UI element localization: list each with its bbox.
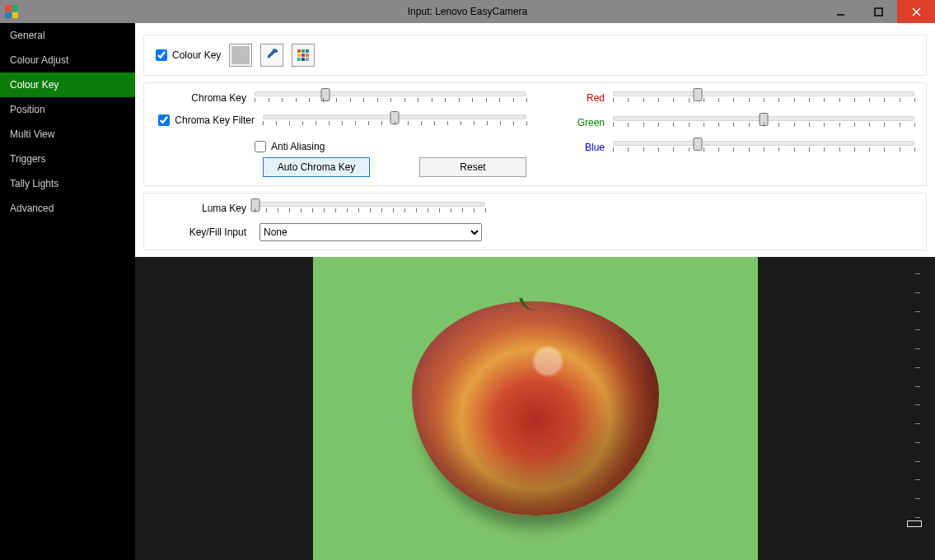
chroma-key-filter-checkbox[interactable]: Chroma Key Filter [156, 114, 255, 126]
key-fill-row: Key/Fill Input None [156, 223, 914, 241]
sidebar-item-multi-view[interactable]: Multi View [0, 122, 135, 147]
audio-level-thumb[interactable] [907, 520, 922, 527]
window-controls [821, 0, 935, 23]
red-slider[interactable] [613, 91, 914, 96]
luma-key-ticks [255, 208, 485, 215]
blue-ticks [613, 147, 914, 154]
red-ticks [613, 98, 914, 105]
app-icon [5, 5, 18, 18]
blue-label: Blue [559, 141, 605, 153]
luma-key-label: Luma Key [156, 202, 246, 214]
auto-chroma-key-button[interactable]: Auto Chroma Key [263, 157, 370, 177]
chroma-key-ticks [255, 98, 526, 105]
anti-aliasing-checkbox[interactable]: Anti Aliasing [255, 141, 325, 152]
key-fill-label: Key/Fill Input [156, 226, 246, 238]
minimize-button[interactable] [821, 0, 859, 23]
chroma-key-filter-label: Chroma Key Filter [175, 114, 255, 126]
red-label: Red [559, 91, 605, 104]
colour-swatch [231, 46, 250, 64]
sidebar-item-general[interactable]: General [0, 23, 135, 48]
settings-sidebar: General Colour Adjust Colour Key Positio… [0, 23, 135, 560]
audio-level-slider[interactable] [907, 273, 922, 527]
chroma-key-filter-ticks [263, 121, 526, 128]
titlebar: Input: Lenovo EasyCamera [0, 0, 935, 23]
chroma-panel: Chroma Key Chroma Key Fil [143, 82, 927, 186]
close-button[interactable] [897, 0, 935, 23]
chroma-key-slider-row: Chroma Key [156, 91, 526, 105]
anti-aliasing-label: Anti Aliasing [271, 141, 325, 152]
eyedropper-button[interactable] [260, 44, 283, 67]
preview-area [135, 257, 935, 560]
blue-slider-row: Blue [559, 141, 914, 154]
chroma-key-filter-row: Chroma Key Filter [156, 114, 526, 128]
main-panel: Colour Key [135, 23, 935, 560]
sidebar-item-colour-adjust[interactable]: Colour Adjust [0, 48, 135, 72]
sidebar-item-tally-lights[interactable]: Tally Lights [0, 171, 135, 196]
green-slider[interactable] [613, 116, 914, 121]
eyedropper-icon [265, 49, 278, 62]
svg-rect-10 [297, 58, 301, 61]
svg-rect-5 [302, 49, 305, 53]
svg-rect-6 [306, 49, 309, 53]
svg-rect-12 [306, 58, 309, 61]
key-fill-select[interactable]: None [259, 223, 482, 241]
sidebar-item-advanced[interactable]: Advanced [0, 196, 135, 221]
colour-key-checkbox-label: Colour Key [172, 49, 221, 61]
audio-level-track [914, 273, 915, 517]
green-slider-row: Green [559, 116, 914, 129]
luma-panel: Luma Key Key/Fill Input None [143, 193, 927, 250]
svg-rect-1 [875, 8, 882, 16]
luma-key-row: Luma Key [156, 202, 914, 215]
window-title: Input: Lenovo EasyCamera [0, 6, 935, 17]
sidebar-item-position[interactable]: Position [0, 97, 135, 122]
svg-rect-8 [302, 54, 305, 57]
maximize-button[interactable] [859, 0, 897, 23]
svg-rect-4 [297, 49, 301, 53]
luma-key-slider[interactable] [255, 202, 485, 207]
reset-button[interactable]: Reset [419, 157, 526, 177]
anti-aliasing-checkbox-input[interactable] [255, 141, 266, 152]
palette-button[interactable] [292, 44, 315, 67]
colour-key-top-panel: Colour Key [143, 35, 927, 76]
chroma-key-slider[interactable] [255, 91, 526, 96]
chroma-key-label: Chroma Key [156, 91, 246, 104]
colour-key-checkbox[interactable]: Colour Key [156, 49, 221, 61]
anti-aliasing-row: Anti Aliasing [156, 141, 526, 152]
svg-rect-7 [297, 54, 301, 57]
blue-slider[interactable] [613, 141, 914, 146]
preview-frame [313, 257, 758, 560]
sidebar-item-colour-key[interactable]: Colour Key [0, 72, 135, 97]
sidebar-item-triggers[interactable]: Triggers [0, 147, 135, 171]
red-slider-row: Red [559, 91, 914, 105]
green-label: Green [559, 116, 605, 128]
colour-key-checkbox-input[interactable] [156, 49, 167, 61]
colour-swatch-button[interactable] [229, 44, 252, 67]
chroma-key-filter-slider[interactable] [263, 114, 526, 119]
svg-rect-11 [302, 58, 305, 61]
chroma-key-filter-checkbox-input[interactable] [158, 114, 170, 126]
green-ticks [613, 123, 914, 129]
palette-icon [297, 49, 310, 62]
svg-rect-9 [306, 54, 309, 57]
preview-subject-apple [412, 301, 659, 516]
